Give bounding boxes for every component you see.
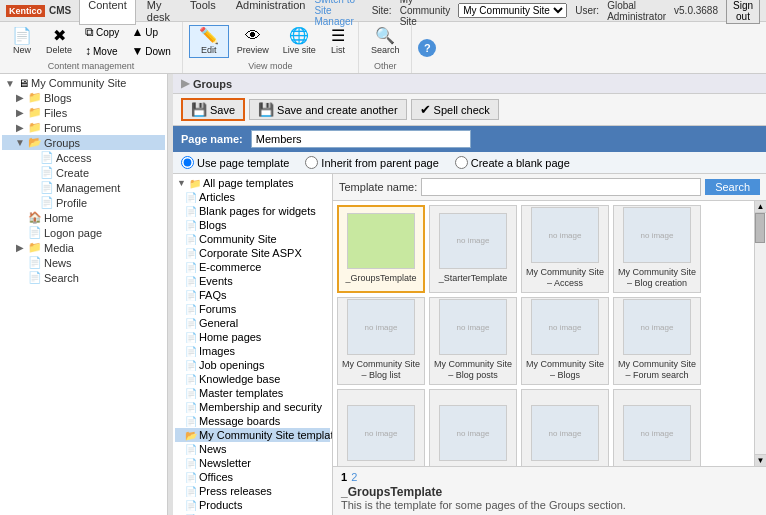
r3c2-thumb: no image xyxy=(439,405,507,461)
edit-label: Edit xyxy=(201,45,217,55)
save-button[interactable]: 💾 Save xyxy=(181,98,245,121)
sidebar-item-create[interactable]: 📄 Create xyxy=(2,165,165,180)
option-inherit[interactable]: Inherit from parent page xyxy=(305,156,438,169)
template-thumb-blog-creation[interactable]: no image My Community Site – Blog creati… xyxy=(613,205,701,293)
tmpl-blogs[interactable]: 📄Blogs xyxy=(175,218,330,232)
sidebar-item-files[interactable]: ▶ 📁 Files xyxy=(2,105,165,120)
template-thumb-blogs[interactable]: no image My Community Site – Blogs xyxy=(521,297,609,385)
sidebar-item-news[interactable]: 📄 News xyxy=(2,255,165,270)
scrollbar-thumb[interactable] xyxy=(755,213,765,243)
edit-button[interactable]: ✏️ Edit xyxy=(189,25,229,58)
option-blank-radio[interactable] xyxy=(455,156,468,169)
page-name-input[interactable] xyxy=(251,130,471,148)
template-search-input[interactable] xyxy=(421,178,701,196)
sidebar-item-search[interactable]: 📄 Search xyxy=(2,270,165,285)
tmpl-articles[interactable]: 📄Articles xyxy=(175,190,330,204)
template-thumb-blog-list[interactable]: no image My Community Site – Blog list xyxy=(337,297,425,385)
nav-administration[interactable]: Administration xyxy=(227,0,315,25)
tmpl-blank-label: Blank pages for widgets xyxy=(199,205,316,217)
groups-template-label: _GroupsTemplate xyxy=(342,271,419,286)
sidebar-item-profile[interactable]: 📄 Profile xyxy=(2,195,165,210)
template-thumb-blog-posts[interactable]: no image My Community Site – Blog posts xyxy=(429,297,517,385)
sidebar-item-management[interactable]: 📄 Management xyxy=(2,180,165,195)
tmpl-message-boards[interactable]: 📄Message boards xyxy=(175,414,330,428)
tmpl-community[interactable]: 📄Community Site xyxy=(175,232,330,246)
list-button[interactable]: ☰ List xyxy=(324,25,352,58)
tmpl-news[interactable]: 📄News xyxy=(175,442,330,456)
tmpl-corporate[interactable]: 📄Corporate Site ASPX xyxy=(175,246,330,260)
tmpl-tree-all[interactable]: ▼ 📁 All page templates xyxy=(175,176,330,190)
spell-check-button[interactable]: ✔ Spell check xyxy=(411,99,499,120)
logo-text-group: CMS xyxy=(49,5,71,16)
tmpl-membership[interactable]: 📄Membership and security xyxy=(175,400,330,414)
tmpl-images[interactable]: 📄Images xyxy=(175,344,330,358)
sidebar-item-home[interactable]: 🏠 Home xyxy=(2,210,165,225)
tmpl-products[interactable]: 📄Products xyxy=(175,498,330,512)
home-icon: 🏠 xyxy=(28,211,42,224)
tmpl-faqs[interactable]: 📄FAQs xyxy=(175,288,330,302)
tmpl-ecommerce[interactable]: 📄E-commerce xyxy=(175,260,330,274)
new-button[interactable]: 📄 New xyxy=(6,25,38,58)
tmpl-home[interactable]: 📄Home pages xyxy=(175,330,330,344)
template-thumb-forum-search[interactable]: no image My Community Site – Forum searc… xyxy=(613,297,701,385)
page-2-link[interactable]: 2 xyxy=(351,471,357,483)
template-search-button[interactable]: Search xyxy=(705,179,760,195)
tmpl-newsletter[interactable]: 📄Newsletter xyxy=(175,456,330,470)
no-image-text-3: no image xyxy=(641,231,674,240)
option-inherit-radio[interactable] xyxy=(305,156,318,169)
tmpl-general[interactable]: 📄General xyxy=(175,316,330,330)
sidebar-item-groups[interactable]: ▼ 📂 Groups xyxy=(2,135,165,150)
nav-tools[interactable]: Tools xyxy=(181,0,225,25)
up-button[interactable]: ▲ Up xyxy=(126,23,175,41)
page-1-link[interactable]: 1 xyxy=(341,471,347,483)
template-thumb-r3c3[interactable]: no image xyxy=(521,389,609,466)
tmpl-corporate-icon: 📄 xyxy=(185,248,197,259)
tmpl-blank[interactable]: 📄Blank pages for widgets xyxy=(175,204,330,218)
selected-template-name: _GroupsTemplate xyxy=(341,485,758,499)
tmpl-community-label: Community Site xyxy=(199,233,277,245)
search-button[interactable]: 🔍 Search xyxy=(365,25,406,58)
template-thumb-r3c4[interactable]: no image xyxy=(613,389,701,466)
tmpl-forums[interactable]: 📄Forums xyxy=(175,302,330,316)
tmpl-news-label: News xyxy=(199,443,227,455)
template-thumb-groups[interactable]: _GroupsTemplate xyxy=(337,205,425,293)
tmpl-press[interactable]: 📄Press releases xyxy=(175,484,330,498)
tmpl-master[interactable]: 📄Master templates xyxy=(175,386,330,400)
sign-out-button[interactable]: Sign out xyxy=(726,0,760,24)
live-site-button[interactable]: 🌐 Live site xyxy=(277,25,322,58)
save-create-button[interactable]: 💾 Save and create another xyxy=(249,99,406,120)
nav-my-desk[interactable]: My desk xyxy=(138,0,179,25)
scrollbar-up-button[interactable]: ▲ xyxy=(755,201,766,213)
site-selector[interactable]: My Community Site xyxy=(458,3,567,18)
help-button[interactable]: ? xyxy=(418,39,436,57)
scrollbar-down-button[interactable]: ▼ xyxy=(755,454,766,466)
tmpl-events[interactable]: 📄Events xyxy=(175,274,330,288)
option-use-template[interactable]: Use page template xyxy=(181,156,289,169)
template-row-3: no image no image no image no image xyxy=(337,389,750,466)
sidebar-root[interactable]: ▼ 🖥 My Community Site xyxy=(2,76,165,90)
delete-button[interactable]: ✖ Delete xyxy=(40,25,78,58)
sidebar-item-access[interactable]: 📄 Access xyxy=(2,150,165,165)
template-search-label: Template name: xyxy=(339,181,417,193)
template-thumb-r3c1[interactable]: no image xyxy=(337,389,425,466)
template-thumb-starter[interactable]: no image _StarterTemplate xyxy=(429,205,517,293)
option-blank[interactable]: Create a blank page xyxy=(455,156,570,169)
tmpl-knowledge[interactable]: 📄Knowledge base xyxy=(175,372,330,386)
sidebar-item-media[interactable]: ▶ 📁 Media xyxy=(2,240,165,255)
sidebar-item-blogs[interactable]: ▶ 📁 Blogs xyxy=(2,90,165,105)
preview-button[interactable]: 👁 Preview xyxy=(231,25,275,58)
sidebar-item-logon[interactable]: 📄 Logon page xyxy=(2,225,165,240)
sidebar-item-forums[interactable]: ▶ 📁 Forums xyxy=(2,120,165,135)
copy-move-group: ⧉ Copy ↕ Move xyxy=(80,23,124,60)
template-thumb-access[interactable]: no image My Community Site – Access xyxy=(521,205,609,293)
down-button[interactable]: ▼ Down xyxy=(126,42,175,60)
template-thumb-r3c2[interactable]: no image xyxy=(429,389,517,466)
move-button[interactable]: ↕ Move xyxy=(80,42,124,60)
tmpl-jobs[interactable]: 📄Job openings xyxy=(175,358,330,372)
tmpl-offices[interactable]: 📄Offices xyxy=(175,470,330,484)
copy-button[interactable]: ⧉ Copy xyxy=(80,23,124,41)
tmpl-home-icon: 📄 xyxy=(185,332,197,343)
tmpl-my-community[interactable]: 📂My Community Site templates xyxy=(175,428,330,442)
nav-content[interactable]: Content xyxy=(79,0,136,25)
option-use-template-radio[interactable] xyxy=(181,156,194,169)
